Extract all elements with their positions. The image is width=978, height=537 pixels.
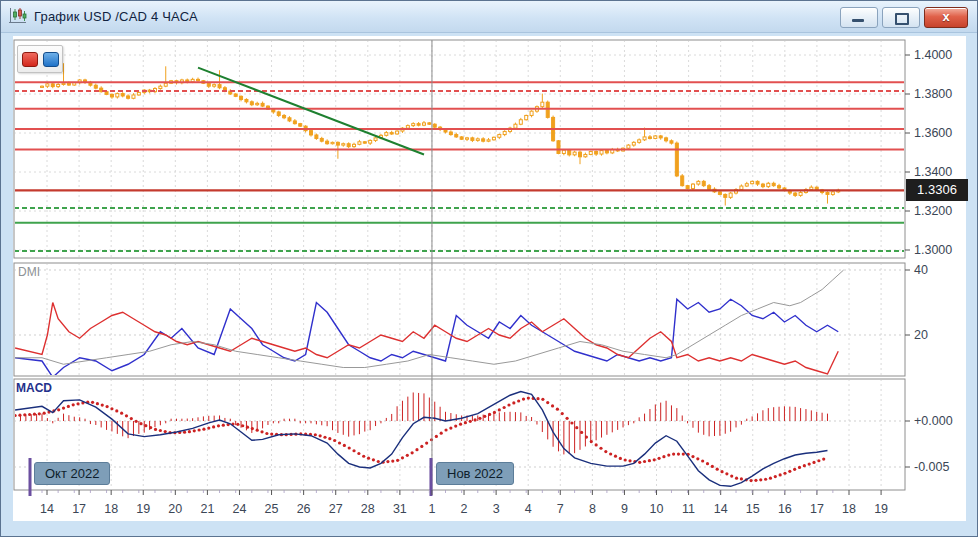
chart-objects-toolbar: [17, 45, 63, 73]
x-axis-label: 24: [233, 502, 247, 516]
sell-marker-button[interactable]: [22, 52, 38, 67]
dmi-axis-label: 40: [914, 263, 928, 277]
x-axis-label: 21: [200, 502, 214, 516]
x-axis-label: 16: [778, 502, 792, 516]
price-axis-label: 1.3600: [914, 126, 952, 140]
price-axis-label: 1.3200: [914, 204, 952, 218]
chart-canvas[interactable]: 1417181920212425262728311234789101114151…: [0, 0, 978, 537]
month-badge-october: Окт 2022: [34, 462, 110, 485]
x-axis-label: 17: [810, 502, 824, 516]
price-axis-label: 1.3800: [914, 87, 952, 101]
x-axis-label: 19: [136, 502, 150, 516]
x-axis-label: 26: [297, 502, 311, 516]
current-price-badge: 1.3306: [906, 179, 968, 201]
x-axis-label: 15: [746, 502, 760, 516]
price-axis-label: 1.3400: [914, 165, 952, 179]
macd-axis-label: -0.005: [914, 460, 949, 474]
x-axis-label: 18: [104, 502, 118, 516]
month-accent-bar: [29, 458, 32, 496]
buy-marker-button[interactable]: [43, 52, 59, 67]
x-axis-label: 19: [874, 502, 888, 516]
x-axis-label: 4: [525, 502, 532, 516]
x-axis-label: 3: [493, 502, 500, 516]
dmi-panel-label: DMI: [18, 265, 40, 279]
x-axis-label: 25: [265, 502, 279, 516]
x-axis-label: 9: [621, 502, 628, 516]
month-badge-november: Нов 2022: [436, 462, 514, 485]
x-axis-label: 18: [842, 502, 856, 516]
x-axis-label: 17: [72, 502, 86, 516]
dmi-axis-label: 20: [914, 328, 928, 342]
x-axis-label: 7: [557, 502, 564, 516]
x-axis-label: 14: [714, 502, 728, 516]
x-axis-label: 27: [329, 502, 343, 516]
x-axis-label: 28: [361, 502, 375, 516]
x-axis-label: 31: [393, 502, 407, 516]
price-axis-label: 1.4000: [914, 48, 952, 62]
x-axis-label: 11: [682, 502, 695, 516]
x-axis-label: 10: [650, 502, 664, 516]
x-axis-label: 1: [428, 502, 435, 516]
price-axis-label: 1.3000: [914, 243, 952, 257]
x-axis-label: 8: [589, 502, 596, 516]
macd-axis-label: +0.000: [914, 414, 953, 428]
x-axis-label: 20: [168, 502, 182, 516]
macd-panel-label: MACD: [16, 381, 52, 395]
x-axis-label: 14: [40, 502, 54, 516]
x-axis-label: 2: [461, 502, 468, 516]
